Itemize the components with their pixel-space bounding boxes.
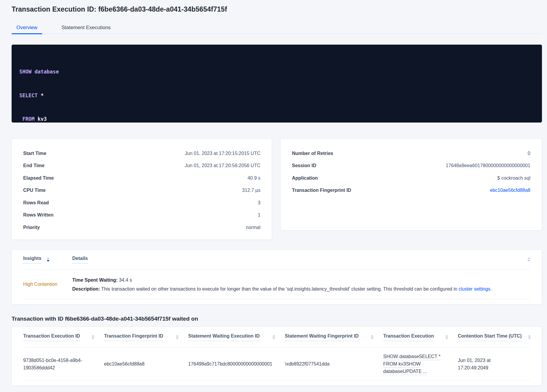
sort-icon bbox=[445, 335, 448, 339]
column-header-insights-label: Insights bbox=[23, 256, 41, 264]
sort-icon bbox=[176, 335, 179, 339]
stat-label: Transaction Fingerprint ID bbox=[292, 188, 351, 193]
stat-value: 0 bbox=[528, 151, 530, 156]
stat-label: Start Time bbox=[23, 151, 46, 156]
stat-label: End Time bbox=[23, 163, 45, 168]
waited-on-heading: Transaction with ID f6be6366-da03-48de-a… bbox=[12, 316, 198, 322]
transaction-summary-card: Start Time Jun 01, 2023 at 17:20:15:2015… bbox=[12, 139, 272, 240]
sort-icon bbox=[371, 335, 374, 339]
cell-statement-waiting-fingerprint-id: \xdb8922f077541dda bbox=[285, 360, 383, 368]
page-title: Transaction Execution ID: f6be6366-da03-… bbox=[12, 5, 227, 13]
stat-row-number-of-retries: Number of Retries 0 bbox=[292, 147, 530, 160]
transaction-fingerprint-link[interactable]: ebc10ae56cfd88a8 bbox=[490, 188, 530, 193]
cell-statement-waiting-execution-id: 176498a9c717bdc80000000000000001 bbox=[188, 360, 285, 368]
stat-value: 40.9 s bbox=[247, 175, 260, 181]
stat-value: 1 bbox=[258, 212, 260, 218]
sql-line: FROM kv3 bbox=[19, 115, 534, 123]
stat-label: Application bbox=[292, 175, 318, 181]
column-header-statement-waiting-fingerprint-id[interactable]: Statement Waiting Fingerprint ID bbox=[285, 333, 383, 341]
stat-row-end-time: End Time Jun 01, 2023 at 17:20:56:2056 U… bbox=[23, 160, 260, 172]
tab-overview[interactable]: Overview bbox=[12, 21, 42, 34]
stat-row-rows-written: Rows Written 1 bbox=[23, 209, 260, 222]
insight-badge-high-contention: High Contention bbox=[23, 269, 72, 299]
column-header-transaction-execution[interactable]: Transaction Execution bbox=[383, 333, 458, 341]
sort-icon[interactable] bbox=[527, 257, 530, 262]
stat-row-elapsed-time: Elapsed Time 40.9 s bbox=[23, 172, 260, 184]
sort-icon bbox=[47, 257, 50, 262]
stat-value: normal bbox=[246, 225, 260, 230]
column-header-details-label: Details bbox=[72, 256, 88, 264]
stat-row-priority: Priority normal bbox=[23, 221, 260, 234]
sort-icon bbox=[528, 335, 531, 339]
cluster-settings-link[interactable]: cluster settings bbox=[459, 286, 491, 291]
stat-row-session-id: Session ID 17648a9eea6017800000000000000… bbox=[292, 160, 530, 172]
tab-statement-executions[interactable]: Statement Executions bbox=[62, 21, 111, 34]
stat-label: Session ID bbox=[292, 163, 316, 168]
stat-label: Number of Retries bbox=[292, 151, 333, 156]
stat-label: Rows Written bbox=[23, 212, 54, 218]
stat-value: 312.7 µs bbox=[242, 188, 260, 193]
stat-row-start-time: Start Time Jun 01, 2023 at 17:20:15:2015… bbox=[23, 147, 260, 160]
tab-statement-executions-label: Statement Executions bbox=[62, 25, 111, 31]
stat-value: Jun 01, 2023 at 17:20:15:2015 UTC bbox=[185, 151, 260, 156]
stat-value: Jun 01, 2023 at 17:20:56:2056 UTC bbox=[185, 163, 260, 168]
column-header-insights[interactable]: Insights bbox=[23, 256, 72, 264]
tab-bar: Overview Statement Executions bbox=[12, 21, 542, 34]
column-header-details[interactable]: Details bbox=[72, 256, 527, 264]
stat-row-rows-read: Rows Read 3 bbox=[23, 197, 260, 209]
description-line: Description: This transaction waited on … bbox=[72, 285, 530, 294]
sort-icon bbox=[272, 335, 275, 339]
insights-table-header: Insights Details bbox=[23, 250, 530, 269]
stat-row-transaction-fingerprint-id: Transaction Fingerprint ID ebc10ae56cfd8… bbox=[292, 184, 530, 197]
stat-label: Priority bbox=[23, 225, 40, 230]
column-header-transaction-fingerprint-id[interactable]: Transaction Fingerprint ID bbox=[104, 333, 188, 341]
insight-details-cell: Time Spent Waiting: 34.4 s Description: … bbox=[72, 269, 530, 299]
stat-label: Elapsed Time bbox=[23, 175, 54, 181]
insight-row: High Contention Time Spent Waiting: 34.4… bbox=[23, 269, 530, 299]
stat-label: CPU Time bbox=[23, 188, 45, 193]
cell-transaction-execution-id: 9738d051-bc0e-4158-a9b4-1903586ddd42 bbox=[23, 357, 104, 371]
column-header-contention-start-time[interactable]: Contention Start Time (UTC) bbox=[458, 333, 531, 341]
transaction-execution-link[interactable]: SHOW databaseSELECT * FROM kv3SHOW datab… bbox=[383, 354, 441, 374]
time-spent-waiting-line: Time Spent Waiting: 34.4 s bbox=[72, 276, 530, 285]
waited-on-table-header: Transaction Execution ID Transaction Fin… bbox=[23, 327, 530, 348]
active-tab-indicator bbox=[12, 33, 42, 34]
cell-transaction-execution: SHOW databaseSELECT * FROM kv3SHOW datab… bbox=[383, 353, 458, 375]
insights-table: Insights Details High Contention Time Sp… bbox=[12, 250, 542, 305]
sql-line: SELECT * bbox=[19, 92, 534, 100]
stat-row-application: Application $ cockroach sql bbox=[292, 172, 530, 184]
stat-value: 17648a9eea6017800000000000000001 bbox=[446, 163, 530, 168]
sort-icon bbox=[92, 335, 95, 339]
cell-contention-start-time: Jun 01, 2023 at 17:20:49:2049 bbox=[458, 357, 531, 371]
stat-label: Rows Read bbox=[23, 200, 49, 206]
table-row: 9738d051-bc0e-4158-a9b4-1903586ddd42 ebc… bbox=[23, 348, 530, 380]
column-header-transaction-execution-id[interactable]: Transaction Execution ID bbox=[23, 333, 104, 341]
stat-value: 3 bbox=[258, 200, 260, 206]
session-summary-card: Number of Retries 0 Session ID 17648a9ee… bbox=[280, 139, 542, 231]
stat-row-cpu-time: CPU Time 312.7 µs bbox=[23, 184, 260, 197]
sql-line: SHOW database bbox=[19, 68, 534, 76]
cell-transaction-fingerprint-id: ebc10ae56cfd88a8 bbox=[104, 360, 188, 368]
column-header-statement-waiting-execution-id[interactable]: Statement Waiting Execution ID bbox=[188, 333, 285, 341]
tab-overview-label: Overview bbox=[16, 25, 37, 31]
waited-on-table: Transaction Execution ID Transaction Fin… bbox=[12, 327, 542, 386]
sql-statements-box: SHOW database SELECT * FROM kv3 SHOW dat… bbox=[12, 45, 542, 123]
stat-value: $ cockroach sql bbox=[497, 175, 530, 181]
